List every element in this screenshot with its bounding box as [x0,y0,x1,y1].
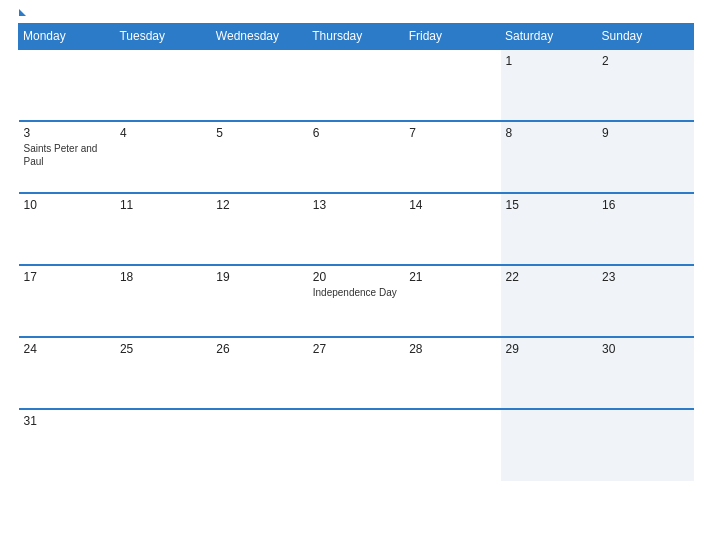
calendar-cell: 5 [211,121,307,193]
calendar-cell: 24 [19,337,115,409]
calendar-cell: 8 [501,121,597,193]
day-number: 14 [409,198,495,212]
day-number: 30 [602,342,688,356]
day-number: 1 [506,54,592,68]
calendar-page: MondayTuesdayWednesdayThursdayFridaySatu… [0,0,712,550]
calendar-cell: 11 [115,193,211,265]
calendar-cell: 31 [19,409,115,481]
day-number: 4 [120,126,206,140]
col-header-saturday: Saturday [501,24,597,50]
calendar-cell: 6 [308,121,404,193]
day-number: 20 [313,270,399,284]
logo [18,10,26,17]
col-header-sunday: Sunday [597,24,693,50]
day-event: Independence Day [313,286,399,299]
day-number: 29 [506,342,592,356]
calendar-cell: 19 [211,265,307,337]
day-number: 7 [409,126,495,140]
calendar-cell: 13 [308,193,404,265]
day-number: 18 [120,270,206,284]
calendar-cell: 14 [404,193,500,265]
calendar-week-row: 3Saints Peter and Paul456789 [19,121,694,193]
calendar-cell: 3Saints Peter and Paul [19,121,115,193]
day-number: 9 [602,126,688,140]
day-number: 22 [506,270,592,284]
calendar-cell [404,409,500,481]
calendar-cell: 7 [404,121,500,193]
col-header-wednesday: Wednesday [211,24,307,50]
calendar-cell: 9 [597,121,693,193]
calendar-table: MondayTuesdayWednesdayThursdayFridaySatu… [18,23,694,481]
calendar-cell [211,409,307,481]
calendar-cell [115,409,211,481]
calendar-cell: 30 [597,337,693,409]
day-number: 21 [409,270,495,284]
calendar-cell: 12 [211,193,307,265]
day-number: 5 [216,126,302,140]
calendar-cell [308,49,404,121]
calendar-week-row: 24252627282930 [19,337,694,409]
day-number: 3 [24,126,110,140]
calendar-week-row: 12 [19,49,694,121]
day-event: Saints Peter and Paul [24,142,110,168]
calendar-cell [308,409,404,481]
col-header-thursday: Thursday [308,24,404,50]
calendar-cell [115,49,211,121]
calendar-cell: 4 [115,121,211,193]
calendar-cell [501,409,597,481]
day-number: 19 [216,270,302,284]
day-number: 26 [216,342,302,356]
calendar-cell: 20Independence Day [308,265,404,337]
day-number: 10 [24,198,110,212]
calendar-cell: 16 [597,193,693,265]
calendar-cell: 23 [597,265,693,337]
calendar-cell: 18 [115,265,211,337]
day-number: 23 [602,270,688,284]
day-number: 15 [506,198,592,212]
day-number: 6 [313,126,399,140]
calendar-cell: 17 [19,265,115,337]
calendar-header-row: MondayTuesdayWednesdayThursdayFridaySatu… [19,24,694,50]
logo-triangle-icon [19,9,26,16]
day-number: 24 [24,342,110,356]
calendar-cell [404,49,500,121]
day-number: 27 [313,342,399,356]
day-number: 13 [313,198,399,212]
col-header-friday: Friday [404,24,500,50]
col-header-tuesday: Tuesday [115,24,211,50]
calendar-cell: 25 [115,337,211,409]
calendar-cell: 2 [597,49,693,121]
calendar-cell: 28 [404,337,500,409]
calendar-cell: 1 [501,49,597,121]
calendar-week-row: 10111213141516 [19,193,694,265]
calendar-cell: 15 [501,193,597,265]
calendar-week-row: 31 [19,409,694,481]
day-number: 8 [506,126,592,140]
day-number: 12 [216,198,302,212]
day-number: 2 [602,54,688,68]
calendar-cell: 27 [308,337,404,409]
day-number: 31 [24,414,110,428]
calendar-header [18,10,694,17]
col-header-monday: Monday [19,24,115,50]
calendar-cell: 21 [404,265,500,337]
calendar-cell [211,49,307,121]
day-number: 28 [409,342,495,356]
calendar-cell [597,409,693,481]
calendar-cell: 26 [211,337,307,409]
calendar-week-row: 17181920Independence Day212223 [19,265,694,337]
day-number: 11 [120,198,206,212]
calendar-cell: 10 [19,193,115,265]
calendar-cell: 29 [501,337,597,409]
calendar-cell: 22 [501,265,597,337]
day-number: 16 [602,198,688,212]
day-number: 17 [24,270,110,284]
calendar-cell [19,49,115,121]
day-number: 25 [120,342,206,356]
